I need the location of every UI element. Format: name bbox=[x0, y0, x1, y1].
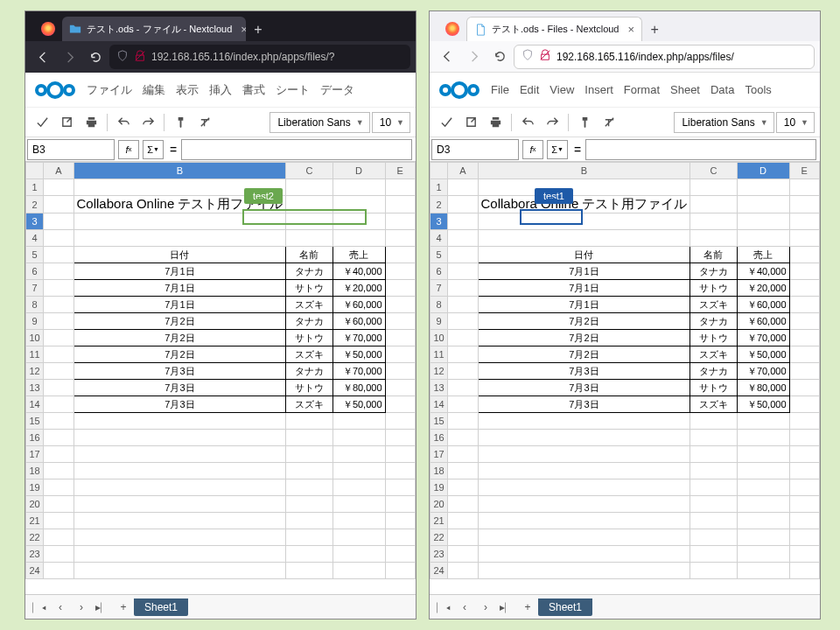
menu-item[interactable]: 挿入 bbox=[209, 82, 232, 98]
row-header[interactable]: 22 bbox=[430, 529, 448, 546]
cell[interactable]: ￥40,000 bbox=[737, 263, 789, 280]
cell[interactable] bbox=[44, 196, 74, 214]
back-button[interactable] bbox=[435, 45, 459, 69]
accept-icon[interactable] bbox=[31, 111, 53, 134]
cell[interactable]: ￥20,000 bbox=[737, 280, 789, 297]
cell[interactable] bbox=[385, 563, 415, 579]
cell[interactable] bbox=[478, 496, 690, 513]
cell[interactable] bbox=[789, 446, 819, 463]
cell[interactable] bbox=[44, 396, 74, 413]
cell[interactable] bbox=[448, 247, 478, 263]
cell[interactable] bbox=[448, 214, 478, 230]
cell[interactable] bbox=[789, 313, 819, 330]
cell[interactable] bbox=[690, 496, 737, 513]
cell[interactable] bbox=[385, 280, 415, 297]
cell[interactable] bbox=[737, 446, 789, 463]
cell[interactable] bbox=[44, 214, 74, 230]
cell[interactable]: 7月1日 bbox=[74, 263, 286, 280]
cell[interactable] bbox=[74, 430, 286, 446]
cell[interactable] bbox=[478, 480, 690, 496]
cell[interactable]: サトウ bbox=[286, 280, 332, 297]
cell[interactable] bbox=[478, 563, 690, 579]
cell[interactable] bbox=[286, 546, 332, 563]
cell[interactable] bbox=[690, 214, 737, 230]
cell[interactable]: ￥80,000 bbox=[332, 380, 385, 396]
cell[interactable]: 7月2日 bbox=[74, 346, 286, 363]
cell[interactable] bbox=[737, 463, 789, 480]
sum-button[interactable]: Σ▼ bbox=[547, 140, 568, 159]
cell[interactable] bbox=[44, 446, 74, 463]
cell[interactable] bbox=[789, 546, 819, 563]
row-header[interactable]: 22 bbox=[26, 529, 44, 546]
cell[interactable]: サトウ bbox=[690, 280, 737, 297]
cell[interactable]: スズキ bbox=[286, 346, 332, 363]
cell[interactable]: スズキ bbox=[690, 396, 737, 413]
cell[interactable] bbox=[478, 179, 690, 196]
cell[interactable] bbox=[74, 563, 286, 579]
row-header[interactable]: 3 bbox=[430, 214, 448, 230]
cell[interactable]: ￥20,000 bbox=[332, 280, 385, 297]
cell[interactable] bbox=[737, 480, 789, 496]
cell[interactable] bbox=[286, 230, 332, 247]
cell[interactable] bbox=[286, 446, 332, 463]
cell[interactable] bbox=[44, 463, 74, 480]
row-header[interactable]: 3 bbox=[26, 214, 44, 230]
cell[interactable] bbox=[448, 346, 478, 363]
row-header[interactable]: 18 bbox=[26, 463, 44, 480]
cell[interactable] bbox=[789, 463, 819, 480]
row-header[interactable]: 10 bbox=[26, 330, 44, 346]
cell[interactable] bbox=[286, 480, 332, 496]
row-header[interactable]: 17 bbox=[26, 446, 44, 463]
cell[interactable] bbox=[286, 496, 332, 513]
cell[interactable] bbox=[448, 563, 478, 579]
cell[interactable] bbox=[737, 496, 789, 513]
cell[interactable]: 7月3日 bbox=[74, 363, 286, 380]
cell[interactable] bbox=[789, 380, 819, 396]
cell[interactable] bbox=[448, 363, 478, 380]
row-header[interactable]: 14 bbox=[26, 396, 44, 413]
cell[interactable] bbox=[448, 380, 478, 396]
cell[interactable]: ￥70,000 bbox=[737, 363, 789, 380]
cell[interactable] bbox=[448, 546, 478, 563]
cell[interactable] bbox=[385, 546, 415, 563]
cell[interactable] bbox=[478, 230, 690, 247]
cell[interactable] bbox=[332, 463, 385, 480]
last-sheet-button[interactable]: ▸⎸ bbox=[92, 598, 113, 617]
open-icon[interactable] bbox=[55, 111, 78, 134]
cell[interactable]: タナカ bbox=[286, 313, 332, 330]
cell[interactable] bbox=[44, 380, 74, 396]
row-header[interactable]: 12 bbox=[430, 363, 448, 380]
menu-item[interactable]: Format bbox=[624, 83, 660, 96]
cell[interactable]: 7月2日 bbox=[478, 330, 690, 346]
cell[interactable] bbox=[332, 214, 385, 230]
cell[interactable] bbox=[44, 480, 74, 496]
spreadsheet-grid[interactable]: ABCDE12Collabora Online テスト用ファイル345日付名前売… bbox=[25, 162, 416, 594]
cell[interactable] bbox=[789, 496, 819, 513]
cell[interactable]: 7月1日 bbox=[74, 297, 286, 313]
cell[interactable] bbox=[448, 430, 478, 446]
cell[interactable] bbox=[286, 413, 332, 430]
cell[interactable] bbox=[789, 480, 819, 496]
cell[interactable] bbox=[789, 196, 819, 214]
sheet-tab[interactable]: Sheet1 bbox=[134, 598, 188, 616]
row-header[interactable]: 23 bbox=[26, 546, 44, 563]
menu-item[interactable]: Insert bbox=[584, 83, 613, 96]
cell[interactable] bbox=[789, 179, 819, 196]
cell[interactable]: 7月1日 bbox=[478, 263, 690, 280]
cell[interactable] bbox=[74, 546, 286, 563]
clone-format-icon[interactable] bbox=[573, 111, 596, 134]
row-header[interactable]: 18 bbox=[430, 463, 448, 480]
cell[interactable] bbox=[690, 413, 737, 430]
cell[interactable] bbox=[332, 513, 385, 529]
menu-item[interactable]: View bbox=[550, 83, 574, 96]
menu-item[interactable]: データ bbox=[320, 82, 354, 98]
row-header[interactable]: 6 bbox=[430, 263, 448, 280]
cell[interactable]: サトウ bbox=[690, 380, 737, 396]
row-header[interactable]: 13 bbox=[430, 380, 448, 396]
cell[interactable] bbox=[789, 563, 819, 579]
cell[interactable] bbox=[44, 430, 74, 446]
reload-button[interactable] bbox=[83, 45, 108, 69]
last-sheet-button[interactable]: ▸⎸ bbox=[496, 598, 517, 617]
cell[interactable] bbox=[737, 413, 789, 430]
cell[interactable] bbox=[74, 529, 286, 546]
